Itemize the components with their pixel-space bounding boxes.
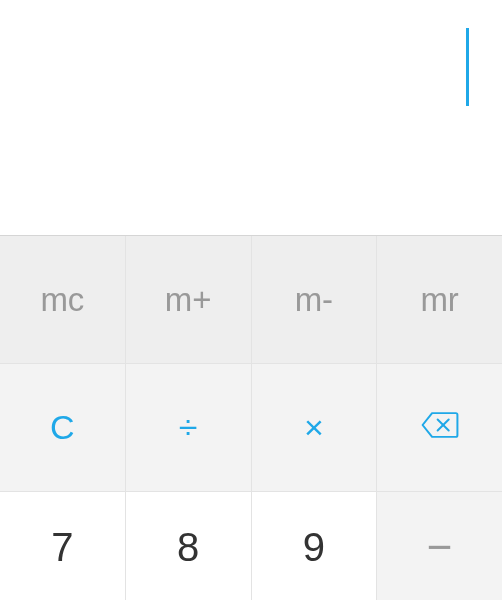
backspace-icon xyxy=(421,408,459,447)
digits-row: 7 8 9 − xyxy=(0,492,502,600)
digit-7-button[interactable]: 7 xyxy=(0,492,126,600)
memory-recall-button[interactable]: mr xyxy=(377,236,502,363)
ops-row: C ÷ × xyxy=(0,364,502,492)
divide-button[interactable]: ÷ xyxy=(126,364,252,491)
keypad: mc m+ m- mr C ÷ × 7 8 9 − xyxy=(0,236,502,600)
clear-button[interactable]: C xyxy=(0,364,126,491)
minus-button[interactable]: − xyxy=(377,492,502,600)
memory-plus-button[interactable]: m+ xyxy=(126,236,252,363)
backspace-button[interactable] xyxy=(377,364,502,491)
memory-clear-button[interactable]: mc xyxy=(0,236,126,363)
calculator-display xyxy=(0,0,502,236)
digit-8-button[interactable]: 8 xyxy=(126,492,252,600)
input-cursor xyxy=(466,28,469,106)
multiply-button[interactable]: × xyxy=(252,364,378,491)
digit-9-button[interactable]: 9 xyxy=(252,492,378,600)
memory-row: mc m+ m- mr xyxy=(0,236,502,364)
memory-minus-button[interactable]: m- xyxy=(252,236,378,363)
